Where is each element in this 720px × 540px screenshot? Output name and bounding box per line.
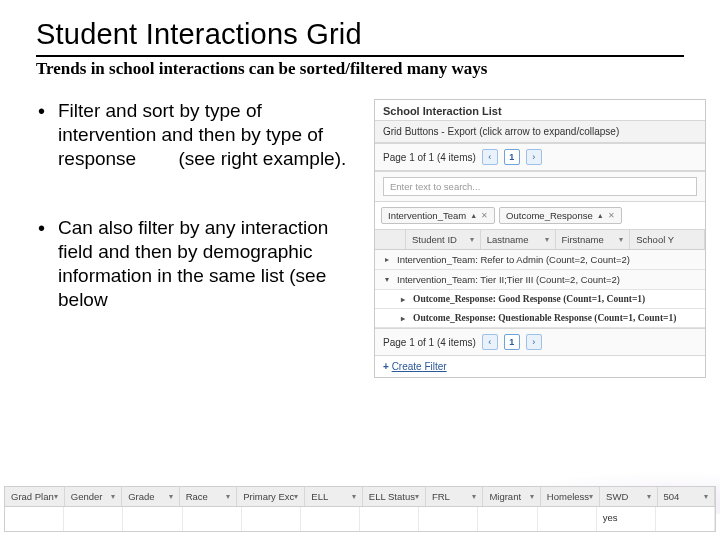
strip-cell [419, 507, 478, 531]
strip-column-header[interactable]: Race▾ [180, 487, 237, 506]
expand-icon[interactable]: ▸ [399, 314, 407, 323]
strip-column-header[interactable]: Gender▾ [65, 487, 122, 506]
pager-bottom: Page 1 of 1 (4 items) ‹ 1 › [375, 328, 705, 356]
filter-icon[interactable]: ▾ [619, 235, 623, 244]
grid-buttons-bar[interactable]: Grid Buttons - Export (click arrow to ex… [375, 120, 705, 143]
filter-icon[interactable]: ▾ [472, 492, 476, 501]
filter-icon[interactable]: ▾ [545, 235, 549, 244]
filter-icon[interactable]: ▾ [169, 492, 173, 501]
subgroup-row[interactable]: ▸ Outcome_Response: Questionable Respons… [375, 309, 705, 328]
expand-icon[interactable]: ▸ [399, 295, 407, 304]
strip-cell [360, 507, 419, 531]
panel-title: School Interaction List [375, 100, 705, 120]
strip-column-header[interactable]: Grad Plan▾ [5, 487, 65, 506]
subgroup-label: Outcome_Response: Questionable Response … [413, 313, 676, 323]
column-header[interactable]: Student ID▾ [406, 230, 481, 249]
subgroup-label: Outcome_Response: Good Response (Count=1… [413, 294, 645, 304]
strip-cell [123, 507, 182, 531]
title-underline [36, 55, 684, 57]
demographic-column-strip: Grad Plan▾Gender▾Grade▾Race▾Primary Exc▾… [4, 486, 716, 532]
plus-icon: + [383, 361, 389, 372]
pager-text: Page 1 of 1 (4 items) [383, 152, 476, 163]
pager-prev-icon[interactable]: ‹ [482, 149, 498, 165]
column-header[interactable]: School Y [630, 230, 705, 249]
strip-cell [656, 507, 715, 531]
filter-icon[interactable]: ▾ [415, 492, 419, 501]
group-label: Intervention_Team: Refer to Admin (Count… [397, 254, 630, 265]
chip-label: Intervention_Team [388, 210, 466, 221]
filter-icon[interactable]: ▾ [111, 492, 115, 501]
pager-prev-icon[interactable]: ‹ [482, 334, 498, 350]
strip-cell [183, 507, 242, 531]
create-filter-link[interactable]: Create Filter [392, 361, 447, 372]
strip-cell [478, 507, 537, 531]
sort-asc-icon: ▲ [470, 212, 477, 219]
filter-icon[interactable]: ▾ [530, 492, 534, 501]
pager-top: Page 1 of 1 (4 items) ‹ 1 › [375, 143, 705, 171]
strip-cell [301, 507, 360, 531]
search-input[interactable]: Enter text to search... [383, 177, 697, 196]
search-bar: Enter text to search... [375, 171, 705, 202]
strip-column-header[interactable]: FRL▾ [426, 487, 483, 506]
filter-icon[interactable]: ▾ [226, 492, 230, 501]
group-label: Intervention_Team: Tier II;Tier III (Cou… [397, 274, 620, 285]
column-header-row: Student ID▾ Lastname▾ Firstname▾ School … [375, 230, 705, 250]
strip-column-header[interactable]: ELL Status▾ [363, 487, 426, 506]
pager-next-icon[interactable]: › [526, 334, 542, 350]
bullet-item: Can also filter by any interaction field… [36, 216, 356, 311]
strip-column-header[interactable]: Grade▾ [122, 487, 179, 506]
filter-icon[interactable]: ▾ [54, 492, 58, 501]
pager-text: Page 1 of 1 (4 items) [383, 337, 476, 348]
filter-icon[interactable]: ▾ [352, 492, 356, 501]
grid-screenshot: School Interaction List Grid Buttons - E… [374, 99, 706, 378]
strip-cell [538, 507, 597, 531]
create-filter-row: + Create Filter [375, 356, 705, 377]
pager-page-number[interactable]: 1 [504, 149, 520, 165]
column-header-expand [375, 230, 406, 249]
groupby-chip-row: Intervention_Team ▲ ✕ Outcome_Response ▲… [375, 202, 705, 230]
strip-cell [64, 507, 123, 531]
strip-cell [5, 507, 64, 531]
collapse-icon[interactable]: ▾ [383, 275, 391, 284]
grid-buttons-label: Grid Buttons - Export (click arrow to ex… [383, 126, 619, 137]
group-row[interactable]: ▾ Intervention_Team: Tier II;Tier III (C… [375, 270, 705, 290]
strip-cell: yes [597, 507, 656, 531]
chip-label: Outcome_Response [506, 210, 593, 221]
strip-column-header[interactable]: Primary Exc▾ [237, 487, 305, 506]
strip-column-header[interactable]: 504▾ [658, 487, 715, 506]
filter-icon[interactable]: ▾ [294, 492, 298, 501]
strip-cell [242, 507, 301, 531]
chip-remove-icon[interactable]: ✕ [608, 211, 615, 220]
sort-asc-icon: ▲ [597, 212, 604, 219]
expand-icon[interactable]: ▸ [383, 255, 391, 264]
filter-icon[interactable]: ▾ [470, 235, 474, 244]
column-header[interactable]: Lastname▾ [481, 230, 556, 249]
strip-column-header[interactable]: ELL▾ [305, 487, 362, 506]
strip-column-header[interactable]: SWD▾ [600, 487, 657, 506]
chip-remove-icon[interactable]: ✕ [481, 211, 488, 220]
strip-column-header[interactable]: Migrant▾ [483, 487, 540, 506]
groupby-chip[interactable]: Outcome_Response ▲ ✕ [499, 207, 622, 224]
filter-icon[interactable]: ▾ [647, 492, 651, 501]
groupby-chip[interactable]: Intervention_Team ▲ ✕ [381, 207, 495, 224]
filter-icon[interactable]: ▾ [704, 492, 708, 501]
subgroup-row[interactable]: ▸ Outcome_Response: Good Response (Count… [375, 290, 705, 309]
slide-title: Student Interactions Grid [36, 18, 684, 51]
strip-column-header[interactable]: Homeless▾ [541, 487, 600, 506]
pager-page-number[interactable]: 1 [504, 334, 520, 350]
bullet-item: Filter and sort by type of intervention … [36, 99, 356, 170]
slide-subtitle: Trends in school interactions can be sor… [36, 59, 684, 79]
bullet-list: Filter and sort by type of intervention … [36, 99, 356, 378]
filter-icon[interactable]: ▾ [589, 492, 593, 501]
group-row[interactable]: ▸ Intervention_Team: Refer to Admin (Cou… [375, 250, 705, 270]
pager-next-icon[interactable]: › [526, 149, 542, 165]
column-header[interactable]: Firstname▾ [556, 230, 631, 249]
